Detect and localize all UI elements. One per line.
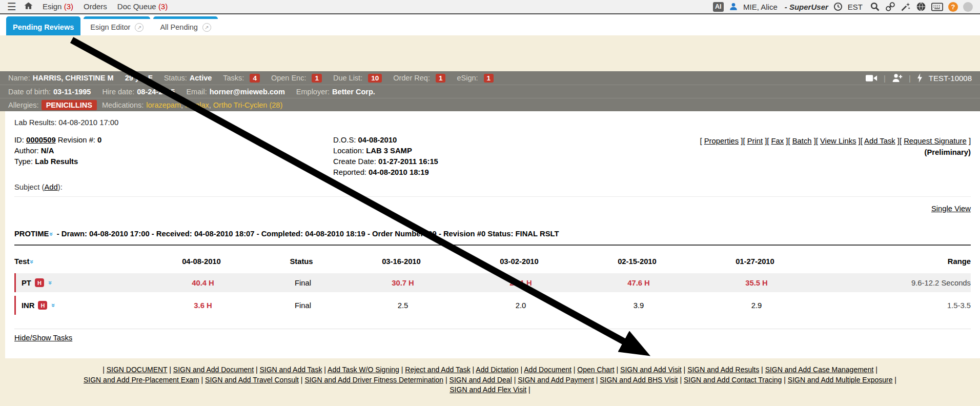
double-rule xyxy=(14,245,971,246)
lightning-bolt-icon[interactable] xyxy=(917,73,923,83)
counter-badge-open-enc[interactable]: 1 xyxy=(312,74,322,83)
footer-link-sign-and-add-multiple-exposure[interactable]: SIGN and Add Multiple Exposure xyxy=(788,376,893,384)
action-link-batch[interactable]: Batch xyxy=(792,137,812,145)
hide-show-tasks-link[interactable]: Hide/Show Tasks xyxy=(14,334,72,342)
action-link-print[interactable]: Print xyxy=(747,137,763,145)
globe-icon[interactable] xyxy=(916,2,926,12)
search-icon[interactable] xyxy=(870,2,880,12)
counter-badge-order-req[interactable]: 1 xyxy=(436,74,446,83)
topbar-menu: Esign (3)OrdersDoc Queue (3) xyxy=(43,2,178,11)
action-link-request-signature[interactable]: Request Signature xyxy=(904,137,967,145)
footer-links-row-3: SIGN and Add Flex Visit | xyxy=(0,385,980,395)
counter-badge-tasks[interactable]: 4 xyxy=(250,74,260,83)
footer-link-add-dictation[interactable]: Add Dictation xyxy=(476,366,518,374)
chevron-down-icon[interactable]: » xyxy=(50,303,58,307)
chevron-down-icon[interactable]: » xyxy=(28,260,36,263)
wand-icon[interactable] xyxy=(901,2,911,12)
test-name[interactable]: PT xyxy=(22,279,31,287)
doc-id-link[interactable]: 0000509 xyxy=(26,136,56,144)
doc-revision: 0 xyxy=(97,136,101,144)
chevron-down-icon[interactable]: » xyxy=(47,281,54,285)
medication-link[interactable]: lorazepam xyxy=(146,101,181,109)
footer-link-sign-and-add-contact-tracing[interactable]: SIGN and Add Contact Tracing xyxy=(684,376,782,384)
footer-link-sign-and-add-visit[interactable]: SIGN and Add Visit xyxy=(620,366,682,374)
tab-all-pending[interactable]: All Pending↗ xyxy=(153,16,217,35)
external-link-icon[interactable]: ↗ xyxy=(135,23,144,32)
chart-id[interactable]: TEST-10008 xyxy=(929,74,972,83)
high-flag-badge: H xyxy=(35,278,44,287)
footer-link-sign-and-add-task[interactable]: SIGN and Add Task xyxy=(259,366,322,374)
menu-item-doc-queue[interactable]: Doc Queue (3) xyxy=(117,2,168,11)
footer-link-sign-and-add-results[interactable]: SIGN and Add Results xyxy=(687,366,759,374)
action-link-fax[interactable]: Fax xyxy=(771,137,784,145)
footer-link-sign-and-add-bhs-visit[interactable]: SIGN and Add BHS Visit xyxy=(600,376,678,384)
test-name-cell: INRH» xyxy=(16,301,144,310)
patient-dob: 03-11-1995 xyxy=(53,88,91,96)
footer-link-add-document[interactable]: Add Document xyxy=(524,366,571,374)
counter-badge-esign[interactable]: 1 xyxy=(484,74,494,83)
patient-header: Name: HARRIS, CHRISTINE M 29 y/o F Statu… xyxy=(0,71,980,111)
doc-type: Lab Results xyxy=(35,157,78,166)
action-link-properties[interactable]: Properties xyxy=(704,137,739,145)
doc-author: N/A xyxy=(41,147,54,155)
footer-link-sign-and-add-document[interactable]: SIGN and Add Document xyxy=(173,366,254,374)
action-link-view-links[interactable]: View Links xyxy=(820,137,856,145)
result-row-inr: INRH»3.6 HFinal2.52.03.92.91.5-3.5 xyxy=(14,296,971,315)
video-camera-icon[interactable] xyxy=(866,74,877,82)
footer-link-add-task-w-o-signing[interactable]: Add Task W/O Signing xyxy=(328,366,399,374)
document-info-block: ID: 0000509 Revision #: 0 Author: N/A Ty… xyxy=(14,135,971,167)
divider xyxy=(14,329,971,329)
tab-esign-editor[interactable]: Esign Editor↗ xyxy=(84,16,150,35)
footer-link-sign-and-add-flex-visit[interactable]: SIGN and Add Flex Visit xyxy=(450,385,526,394)
doc-type-label: Type: xyxy=(14,157,33,166)
footer-link-sign-and-add-driver-fitness-determination[interactable]: SIGN and Add Driver Fitness Determinatio… xyxy=(304,376,443,384)
footer-link-sign-and-add-case-management[interactable]: SIGN and Add Case Management xyxy=(765,366,874,374)
result-value: 22.1 H xyxy=(462,279,580,287)
create-date-label: Create Date: xyxy=(333,157,376,166)
clock-icon[interactable] xyxy=(833,2,843,11)
footer-link-open-chart[interactable]: Open Chart xyxy=(577,366,614,374)
action-link-add-task[interactable]: Add Task xyxy=(864,137,895,145)
allergy-badge[interactable]: PENICILLINS xyxy=(42,100,97,110)
footer-links-row-2: SIGN and Add Pre-Placement Exam | SIGN a… xyxy=(0,375,980,385)
single-view-link[interactable]: Single View xyxy=(931,205,971,213)
menu-item-orders[interactable]: Orders xyxy=(84,2,107,11)
ai-badge[interactable]: AI xyxy=(713,2,724,12)
help-icon[interactable]: ? xyxy=(948,2,958,12)
medication-link[interactable]: Ortho Tri-Cyclen (28) xyxy=(213,101,282,109)
doc-revision-label: Revision #: xyxy=(58,136,95,144)
add-person-icon[interactable] xyxy=(892,73,903,83)
chevron-down-icon[interactable]: » xyxy=(48,232,56,236)
home-icon xyxy=(24,1,33,13)
link-icon[interactable] xyxy=(885,2,895,12)
range-value: 1.5-3.5 xyxy=(815,301,971,310)
footer-link-sign-document[interactable]: SIGN DOCUMENT xyxy=(107,366,168,374)
hamburger-menu-icon[interactable]: ☰ xyxy=(7,2,16,12)
footer-link-sign-and-add-travel-consult[interactable]: SIGN and Add Travel Consult xyxy=(205,376,299,384)
patient-email[interactable]: horner@mieweb.com xyxy=(210,88,285,96)
medication-link[interactable]: Miralax xyxy=(185,101,209,109)
test-name[interactable]: INR xyxy=(22,301,34,310)
footer-link-sign-and-add-payment[interactable]: SIGN and Add Payment xyxy=(518,376,594,384)
location-label: Location: xyxy=(333,147,364,155)
avatar[interactable] xyxy=(963,2,973,12)
footer-link-reject-and-add-task[interactable]: Reject and Add Task xyxy=(405,366,470,374)
footer-link-sign-and-add-deal[interactable]: SIGN and Add Deal xyxy=(450,376,512,384)
external-link-icon[interactable]: ↗ xyxy=(202,23,211,32)
divider: | xyxy=(909,74,911,83)
keyboard-icon[interactable] xyxy=(931,3,943,11)
menu-item-esign[interactable]: Esign (3) xyxy=(43,2,73,11)
doc-location: LAB 3 SAMP xyxy=(366,147,412,155)
result-value: 35.5 H xyxy=(698,279,815,287)
tab-label: All Pending xyxy=(160,23,197,31)
home-button[interactable] xyxy=(24,1,33,13)
footer-link-sign-and-add-pre-placement-exam[interactable]: SIGN and Add Pre-Placement Exam xyxy=(84,376,199,384)
subject-add-link[interactable]: Add xyxy=(44,183,57,191)
tab-pending-reviews[interactable]: Pending Reviews xyxy=(6,16,80,35)
patient-name[interactable]: HARRIS, CHRISTINE M xyxy=(33,74,114,82)
counter-badge-due-list[interactable]: 10 xyxy=(368,74,382,83)
topbar-right: AI MIE, Alice - SuperUser EST ? xyxy=(713,2,973,12)
employer-label: Employer: xyxy=(296,88,330,96)
user-name[interactable]: MIE, Alice xyxy=(743,3,778,11)
result-value: 2.9 xyxy=(698,301,815,310)
